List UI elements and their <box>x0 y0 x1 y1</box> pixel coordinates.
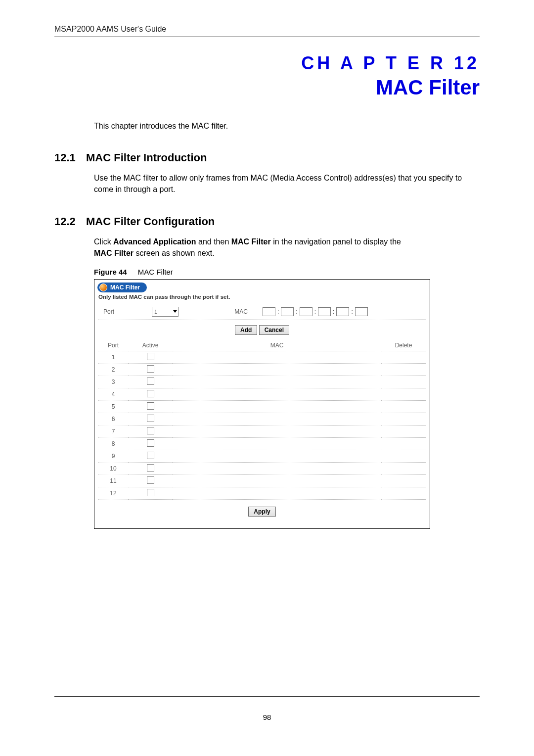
section-12-1-heading: 12.1 MAC Filter Introduction <box>54 151 480 164</box>
cell-mac <box>173 437 381 450</box>
mac-input-group: : : : : : <box>263 307 368 316</box>
port-select-value: 1 <box>154 309 157 315</box>
cell-mac <box>173 487 381 499</box>
cell-delete <box>381 462 426 474</box>
text: screen as shown next. <box>134 249 215 257</box>
text-bold: Advanced Application <box>113 237 196 246</box>
col-port: Port <box>98 340 128 351</box>
mac-octet-4[interactable] <box>318 307 331 316</box>
cell-delete <box>381 376 426 388</box>
mac-label: MAC <box>218 308 248 315</box>
active-checkbox[interactable] <box>147 415 154 422</box>
cell-port: 4 <box>98 388 128 400</box>
active-checkbox[interactable] <box>147 427 154 434</box>
table-row: 7 <box>98 425 426 437</box>
cell-delete <box>381 474 426 487</box>
cell-mac <box>173 363 381 376</box>
table-row: 1 <box>98 351 426 363</box>
guide-title: MSAP2000 AAMS User's Guide <box>54 25 166 34</box>
section-number: 12.2 <box>54 215 84 228</box>
section-12-2-heading: 12.2 MAC Filter Configuration <box>54 215 480 228</box>
cell-delete <box>381 425 426 437</box>
cell-delete <box>381 388 426 400</box>
cell-active <box>128 462 173 474</box>
cell-mac <box>173 351 381 363</box>
apply-row: Apply <box>94 507 430 517</box>
table-row: 8 <box>98 437 426 450</box>
chapter-title: MAC Filter <box>54 76 480 99</box>
col-active: Active <box>128 340 173 351</box>
cell-active <box>128 363 173 376</box>
cell-active <box>128 351 173 363</box>
cell-active <box>128 425 173 437</box>
active-checkbox[interactable] <box>147 390 154 397</box>
cell-delete <box>381 437 426 450</box>
bullet-icon <box>99 284 107 291</box>
table-row: 3 <box>98 376 426 388</box>
table-row: 5 <box>98 400 426 413</box>
text: in the navigation panel to display the <box>271 237 401 246</box>
port-select[interactable]: 1 <box>152 307 178 317</box>
page-number: 98 <box>0 713 534 721</box>
panel-hint: Only listed MAC can pass through the por… <box>98 294 430 300</box>
table-row: 12 <box>98 487 426 499</box>
cancel-button[interactable]: Cancel <box>259 325 289 335</box>
cell-delete <box>381 363 426 376</box>
cell-delete <box>381 413 426 425</box>
section-12-1-body: Use the MAC filter to allow only frames … <box>94 172 480 195</box>
cell-active <box>128 437 173 450</box>
cell-mac <box>173 413 381 425</box>
table-row: 6 <box>98 413 426 425</box>
figure-screenshot: MAC Filter Only listed MAC can pass thro… <box>94 279 430 529</box>
table-header-row: Port Active MAC Delete <box>98 340 426 351</box>
cell-port: 9 <box>98 450 128 462</box>
text: and then <box>196 237 231 246</box>
active-checkbox[interactable] <box>147 365 154 373</box>
cell-port: 2 <box>98 363 128 376</box>
section-number: 12.1 <box>54 151 84 164</box>
cell-mac <box>173 388 381 400</box>
mac-octet-2[interactable] <box>281 307 294 316</box>
active-checkbox[interactable] <box>147 439 154 447</box>
cell-active <box>128 388 173 400</box>
mac-octet-3[interactable] <box>300 307 312 316</box>
section-title: MAC Filter Introduction <box>86 151 207 164</box>
active-checkbox[interactable] <box>147 489 154 496</box>
mac-octet-1[interactable] <box>263 307 275 316</box>
mac-octet-5[interactable] <box>336 307 349 316</box>
cell-mac <box>173 425 381 437</box>
table-row: 2 <box>98 363 426 376</box>
chevron-down-icon <box>173 310 177 313</box>
active-checkbox[interactable] <box>147 452 154 459</box>
active-checkbox[interactable] <box>147 476 154 484</box>
active-checkbox[interactable] <box>147 402 154 410</box>
mac-octet-6[interactable] <box>355 307 368 316</box>
figure-title: MAC Filter <box>138 268 173 276</box>
cell-port: 5 <box>98 400 128 413</box>
cell-active <box>128 400 173 413</box>
add-button[interactable]: Add <box>235 325 257 335</box>
table-row: 9 <box>98 450 426 462</box>
cell-mac <box>173 400 381 413</box>
cell-active <box>128 450 173 462</box>
cell-mac <box>173 474 381 487</box>
active-checkbox[interactable] <box>147 353 154 360</box>
page-header: MSAP2000 AAMS User's Guide <box>54 25 480 37</box>
active-checkbox[interactable] <box>147 378 154 385</box>
cell-delete <box>381 487 426 499</box>
section-12-2-body: Click Advanced Application and then MAC … <box>94 236 480 259</box>
cell-mac <box>173 376 381 388</box>
cell-port: 11 <box>98 474 128 487</box>
figure-caption: Figure 44 MAC Filter <box>94 268 480 276</box>
cell-mac <box>173 450 381 462</box>
active-checkbox[interactable] <box>147 464 154 472</box>
table-row: 4 <box>98 388 426 400</box>
cell-active <box>128 474 173 487</box>
text: Click <box>94 237 113 246</box>
footer-rule <box>54 696 480 697</box>
panel-titlebar: MAC Filter <box>97 283 147 292</box>
port-label: Port <box>103 308 148 315</box>
text-bold: MAC Filter <box>231 237 271 246</box>
cell-port: 8 <box>98 437 128 450</box>
apply-button[interactable]: Apply <box>248 507 275 517</box>
